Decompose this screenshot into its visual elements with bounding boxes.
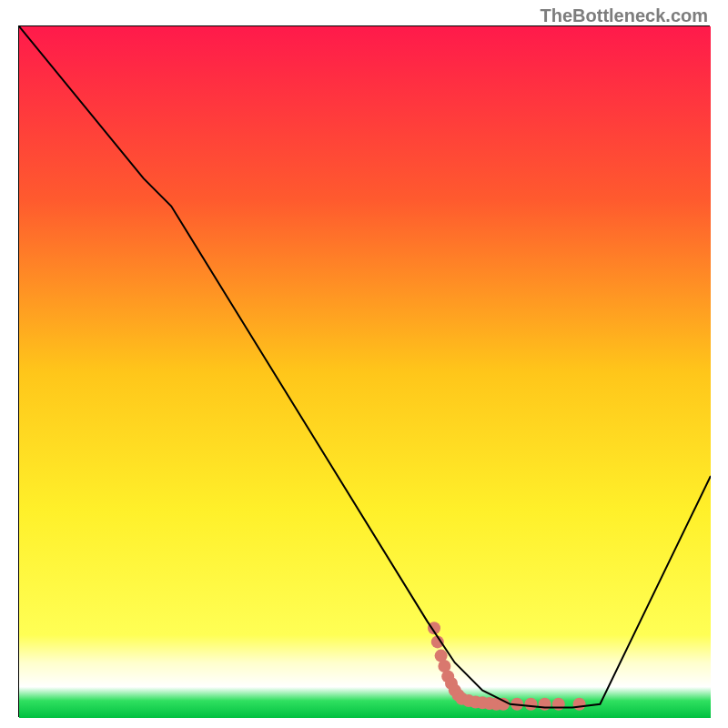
chart-frame <box>18 25 710 717</box>
scatter-point <box>524 698 537 711</box>
attribution-text: TheBottleneck.com <box>541 5 708 26</box>
chart-background <box>19 26 711 718</box>
chart-svg <box>19 26 711 718</box>
scatter-point <box>539 698 551 711</box>
scatter-point <box>573 698 586 711</box>
scatter-point <box>552 698 565 711</box>
